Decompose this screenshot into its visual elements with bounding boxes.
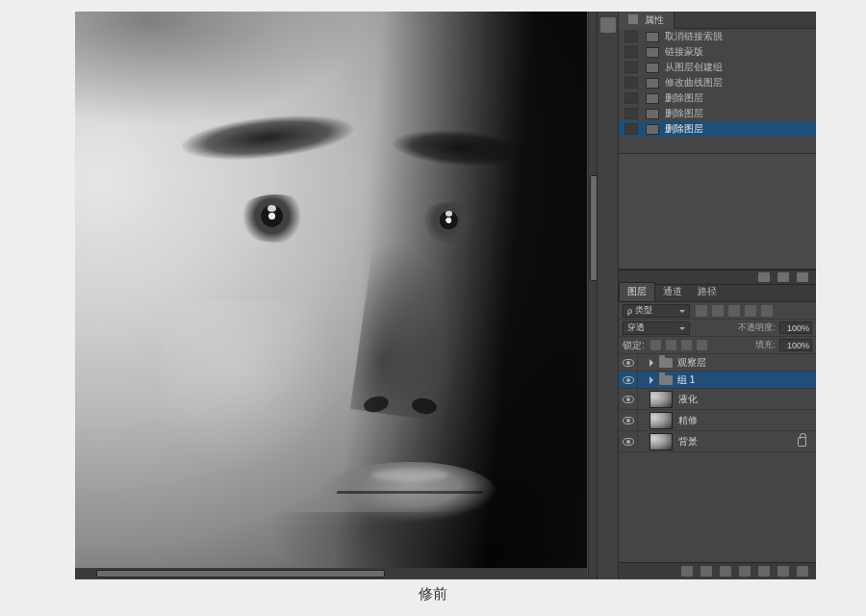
layer-name-label[interactable]: 液化 <box>678 393 816 406</box>
history-step-label: 链接蒙版 <box>665 45 703 59</box>
layer-group-row[interactable]: 组 1 <box>619 372 816 389</box>
chevron-right-icon[interactable] <box>650 359 657 367</box>
group-icon[interactable] <box>758 566 770 577</box>
folder-icon <box>659 375 673 385</box>
history-step-label: 取消链接索脱 <box>665 30 723 43</box>
layers-panel-toolbar <box>619 562 816 579</box>
history-vis-box[interactable] <box>624 123 638 135</box>
history-step[interactable]: 删除图层 <box>619 90 816 106</box>
history-step-icon <box>646 93 659 104</box>
new-layer-icon[interactable] <box>777 566 789 577</box>
blend-mode-select[interactable]: 穿透 <box>623 321 690 335</box>
history-snapshot-icon[interactable] <box>758 272 770 282</box>
panel-empty-area <box>619 154 816 270</box>
layer-style-icon[interactable] <box>700 566 712 577</box>
layers-tab-2[interactable]: 路径 <box>690 283 725 301</box>
lock-position-icon[interactable] <box>681 340 692 350</box>
layer-name-label[interactable]: 背景 <box>678 435 798 449</box>
properties-tab-label: 属性 <box>645 14 664 25</box>
layer-thumbnail[interactable] <box>650 391 673 408</box>
filter-shape-icon[interactable] <box>745 305 756 317</box>
opacity-label: 不透明度: <box>738 321 776 334</box>
history-step-label: 从图层创建组 <box>665 61 723 74</box>
history-step-label: 删除图层 <box>665 107 703 120</box>
layers-tab-1[interactable]: 通道 <box>655 283 690 301</box>
lock-pixels-icon[interactable] <box>666 340 676 350</box>
history-new-icon[interactable] <box>777 272 789 282</box>
history-step[interactable]: 从图层创建组 <box>619 60 816 75</box>
history-step-icon <box>646 78 659 89</box>
history-step[interactable]: 修改曲线图层 <box>619 75 816 90</box>
adjustment-layer-icon[interactable] <box>739 566 751 577</box>
photoshop-window: 属性 取消链接索脱链接蒙版从图层创建组修改曲线图层删除图层删除图层删除图层 图层… <box>75 12 816 579</box>
history-vis-box[interactable] <box>624 31 638 42</box>
history-vis-box[interactable] <box>624 46 638 58</box>
history-trash-icon[interactable] <box>797 272 808 282</box>
lock-all-icon[interactable] <box>697 340 707 350</box>
layers-panel-tabs: 图层通道路径 <box>619 285 816 302</box>
properties-panel-tabs: 属性 <box>619 12 816 29</box>
layer-name-label[interactable]: 精修 <box>678 414 816 427</box>
history-panel: 取消链接索脱链接蒙版从图层创建组修改曲线图层删除图层删除图层删除图层 <box>619 29 816 154</box>
layer-visibility-toggle[interactable] <box>619 372 638 388</box>
history-step[interactable]: 删除图层 <box>619 106 816 121</box>
layer-visibility-toggle[interactable] <box>619 354 638 371</box>
filter-adjust-icon[interactable] <box>712 305 724 317</box>
fill-label: 填充: <box>755 339 776 351</box>
properties-icon <box>628 14 638 24</box>
eye-icon <box>623 396 634 403</box>
layer-row[interactable]: 精修 <box>619 410 816 431</box>
filter-smart-icon[interactable] <box>761 305 773 317</box>
filter-pixel-icon[interactable] <box>696 305 707 317</box>
layer-visibility-toggle[interactable] <box>619 389 638 409</box>
lock-icon <box>798 437 806 447</box>
trash-icon[interactable] <box>797 566 808 577</box>
canvas-vertical-scrollbar[interactable] <box>588 12 598 579</box>
history-step[interactable]: 链接蒙版 <box>619 44 816 60</box>
history-step-label: 删除图层 <box>665 91 703 105</box>
filter-type-icon[interactable] <box>728 305 740 317</box>
figure-caption: 修前 <box>0 585 866 603</box>
lock-label: 锁定: <box>623 339 645 352</box>
history-vis-box[interactable] <box>624 62 638 73</box>
history-step[interactable]: 取消链接索脱 <box>619 29 816 44</box>
layer-name-label[interactable]: 观察层 <box>677 356 816 370</box>
history-step-icon <box>646 109 659 119</box>
history-vis-box[interactable] <box>624 77 638 89</box>
collapsed-panel-icon[interactable] <box>600 17 616 33</box>
layer-mask-icon[interactable] <box>720 566 731 577</box>
chevron-right-icon[interactable] <box>650 376 657 384</box>
lock-transparency-icon[interactable] <box>650 340 661 350</box>
properties-tab[interactable]: 属性 <box>619 12 675 29</box>
blend-mode-value: 穿透 <box>627 321 645 334</box>
layer-filter-kind-label: 类型 <box>635 304 652 317</box>
layer-thumbnail[interactable] <box>650 433 673 450</box>
layer-filter-kind-select[interactable]: ρ 类型 <box>623 304 690 318</box>
layer-row[interactable]: 液化 <box>619 389 816 410</box>
document-image[interactable] <box>75 12 587 568</box>
layer-visibility-toggle[interactable] <box>619 410 638 430</box>
history-step-icon <box>646 32 659 42</box>
right-panels: 属性 取消链接索脱链接蒙版从图层创建组修改曲线图层删除图层删除图层删除图层 图层… <box>619 12 816 579</box>
eye-icon <box>623 376 634 384</box>
history-vis-box[interactable] <box>624 108 638 119</box>
history-step[interactable]: 删除图层 <box>619 121 816 137</box>
layers-tab-0[interactable]: 图层 <box>619 282 655 301</box>
history-step-label: 修改曲线图层 <box>665 76 723 90</box>
history-vis-box[interactable] <box>624 92 638 104</box>
link-layers-icon[interactable] <box>681 566 693 577</box>
layer-group-row[interactable]: 观察层 <box>619 354 816 372</box>
history-step-icon <box>646 124 659 135</box>
layer-name-label[interactable]: 组 1 <box>677 373 816 387</box>
opacity-field[interactable]: 100% <box>779 321 812 334</box>
layer-row[interactable]: 背景 <box>619 431 816 452</box>
layer-visibility-toggle[interactable] <box>619 431 638 451</box>
folder-icon <box>659 358 673 368</box>
layer-thumbnail[interactable] <box>650 412 673 429</box>
collapsed-panel-dock[interactable] <box>598 12 619 579</box>
canvas-horizontal-scrollbar[interactable] <box>75 568 587 579</box>
fill-field[interactable]: 100% <box>779 339 812 351</box>
history-step-icon <box>646 47 659 58</box>
history-step-icon <box>646 63 659 73</box>
layers-list: 观察层组 1液化精修背景 <box>619 354 816 562</box>
